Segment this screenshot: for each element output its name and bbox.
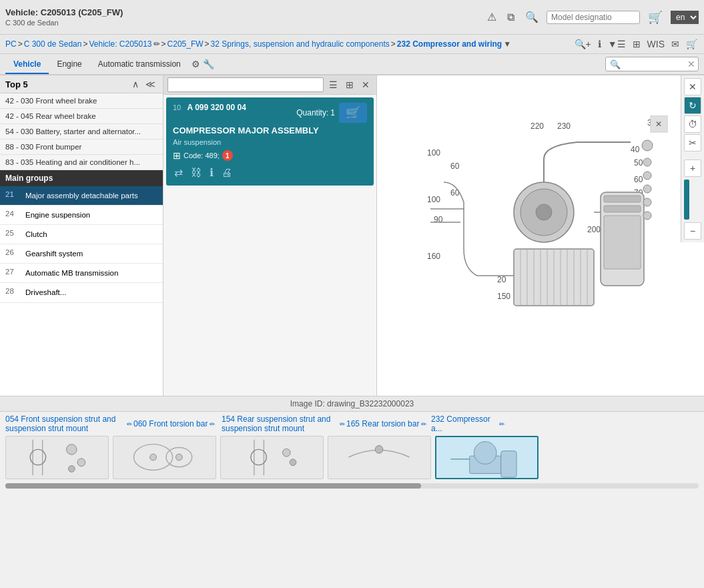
part-code: A 099 320 00 04: [188, 103, 246, 112]
top5-item-0[interactable]: 42 - 030 Front wheel brake: [0, 93, 163, 109]
info-icon-btn[interactable]: ℹ: [597, 37, 603, 51]
svg-point-58: [68, 466, 75, 473]
group-name-24: Engine suspension: [25, 210, 90, 220]
image-id-text: Image ID: drawing_B32232000023: [290, 399, 414, 408]
thumb-label-060[interactable]: 060 Front torsion bar ✏: [133, 414, 220, 433]
svg-text:220: 220: [531, 121, 544, 131]
transfer-btn[interactable]: ⇄: [173, 165, 184, 180]
center-close-btn[interactable]: ✕: [359, 78, 372, 91]
group-item-21[interactable]: 21 Major assembly detachable parts: [0, 186, 163, 206]
group-name-21: Major assembly detachable parts: [25, 190, 138, 201]
parts-search-clear-btn[interactable]: ✕: [687, 59, 695, 69]
diagram-close-btn[interactable]: ✕: [684, 78, 701, 95]
group-item-24[interactable]: 24 Engine suspension: [0, 206, 163, 225]
thumb-img-060[interactable]: [113, 436, 216, 479]
breadcrumb-vehicle[interactable]: Vehicle: C205013: [89, 39, 151, 49]
center-search-bar[interactable]: [167, 77, 324, 92]
thumb-edit-icon-060[interactable]: ✏: [210, 420, 215, 428]
grid-view-btn[interactable]: ⊞: [343, 78, 356, 91]
group-item-26[interactable]: 26 Gearshift system: [0, 244, 163, 264]
breadcrumb-compressor[interactable]: 232 Compressor and wiring: [397, 39, 502, 49]
link-btn[interactable]: ⛓: [190, 166, 203, 180]
breadcrumb-dropdown-btn[interactable]: ▼: [503, 39, 511, 49]
thumb-svg-154: [221, 436, 323, 479]
list-view-btn[interactable]: ☰: [326, 78, 340, 91]
diagram-zoom-out-btn[interactable]: −: [684, 222, 701, 240]
group-item-27[interactable]: 27 Automatic MB transmission: [0, 264, 163, 283]
diagram-svg: 220 230 100 60 60 100 90 160 20 10 150 1…: [410, 115, 671, 356]
language-select[interactable]: en: [671, 11, 699, 24]
svg-rect-52: [7, 436, 107, 479]
filter-icon-btn[interactable]: ▼☰: [607, 37, 627, 51]
zoom-in-icon-btn[interactable]: 🔍+: [573, 37, 593, 51]
group-num-26: 26: [5, 248, 20, 256]
parts-search-input[interactable]: [621, 59, 687, 69]
breadcrumb-edit-icon[interactable]: ✏: [153, 39, 160, 49]
thumb-edit-icon-232[interactable]: ✏: [499, 420, 504, 428]
thumbnail-scrollbar[interactable]: [5, 483, 699, 489]
table-icon-btn[interactable]: ⊞: [631, 37, 642, 51]
breadcrumb-pc[interactable]: PC: [5, 39, 17, 49]
svg-text:230: 230: [557, 121, 571, 131]
print-btn[interactable]: 🖨: [220, 166, 234, 180]
warning-icon-btn[interactable]: ⚠: [484, 9, 499, 25]
thumbnail-images: [0, 433, 704, 483]
tab-transmission[interactable]: Automatic transmission: [90, 55, 189, 74]
group-item-28[interactable]: 28 Driveshaft...: [0, 283, 163, 302]
search-icon-btn[interactable]: 🔍: [522, 9, 541, 25]
thumb-edit-icon-154[interactable]: ✏: [340, 420, 345, 428]
note-badge: 1: [222, 150, 233, 161]
svg-text:150: 150: [497, 292, 510, 301]
thumb-img-054[interactable]: [5, 436, 109, 479]
tab-icon-extra[interactable]: 🔧: [203, 59, 214, 69]
thumb-img-165[interactable]: [328, 436, 431, 479]
top5-item-2[interactable]: 54 - 030 Battery, starter and alternator…: [0, 124, 163, 139]
svg-text:50: 50: [634, 158, 643, 168]
cart-icon-btn[interactable]: 🛒: [645, 9, 665, 26]
part-desc: Air suspension: [173, 138, 367, 146]
email-icon-btn[interactable]: ✉: [670, 37, 681, 51]
top5-item-4[interactable]: 83 - 035 Heating and air conditioner h..…: [0, 155, 163, 170]
thumb-img-232[interactable]: [435, 436, 539, 479]
svg-point-63: [175, 454, 182, 461]
diagram-scissors-btn[interactable]: ✂: [684, 134, 701, 152]
diagram-zoom-in-btn[interactable]: +: [684, 160, 701, 177]
tab-engine[interactable]: Engine: [49, 55, 89, 74]
diagram-history-btn[interactable]: ⏱: [684, 115, 701, 133]
part-item-10: 10 A 099 320 00 04 Quantity: 1 🛒 COMPRES…: [166, 97, 374, 186]
tab-vehicle[interactable]: Vehicle: [5, 55, 49, 74]
tab-icon-settings[interactable]: ⚙: [192, 59, 200, 69]
main-groups-label: Main groups: [5, 174, 53, 183]
diagram-rotate-btn[interactable]: ↻: [684, 97, 701, 114]
thumb-edit-icon-165[interactable]: ✏: [421, 420, 426, 428]
svg-point-49: [643, 212, 651, 220]
top5-item-3[interactable]: 88 - 030 Front bumper: [0, 139, 163, 155]
thumb-label-165[interactable]: 165 Rear torsion bar ✏: [346, 414, 430, 433]
thumbnail-scrollbar-thumb: [5, 483, 421, 489]
thumb-label-232[interactable]: 232 Compressor a... ✏: [431, 414, 504, 433]
tabs-row: Vehicle Engine Automatic transmission ⚙ …: [0, 54, 704, 75]
wis-icon-btn[interactable]: WIS: [646, 37, 666, 51]
thumb-edit-icon-054[interactable]: ✏: [127, 420, 132, 428]
thumb-label-054[interactable]: 054 Front suspension strut and suspensio…: [5, 414, 132, 433]
svg-text:40: 40: [631, 145, 640, 154]
group-item-25[interactable]: 25 Clutch: [0, 225, 163, 244]
breadcrumb-fw[interactable]: C205_FW: [167, 39, 204, 49]
svg-text:60: 60: [450, 162, 460, 171]
svg-point-71: [375, 446, 383, 454]
top5-item-1[interactable]: 42 - 045 Rear wheel brake: [0, 109, 163, 124]
part-info-btn[interactable]: ℹ: [208, 165, 215, 180]
thumb-img-154[interactable]: [220, 436, 324, 479]
svg-text:60: 60: [634, 175, 643, 184]
add-to-cart-btn[interactable]: 🛒: [339, 103, 367, 123]
zoom-slider[interactable]: [684, 180, 689, 220]
top5-collapse-btn[interactable]: ∧: [130, 78, 141, 90]
breadcrumb-springs[interactable]: 32 Springs, suspension and hydraulic com…: [211, 39, 390, 49]
model-search-input[interactable]: [551, 13, 628, 22]
copy-icon-btn[interactable]: ⧉: [504, 10, 517, 25]
thumb-label-154[interactable]: 154 Rear suspension strut and suspension…: [222, 414, 345, 433]
top5-minimize-btn[interactable]: ≪: [143, 78, 157, 90]
svg-text:100: 100: [427, 195, 440, 204]
breadcrumb-model[interactable]: C 300 de Sedan: [24, 39, 82, 49]
cart-top-icon-btn[interactable]: 🛒: [685, 37, 699, 51]
